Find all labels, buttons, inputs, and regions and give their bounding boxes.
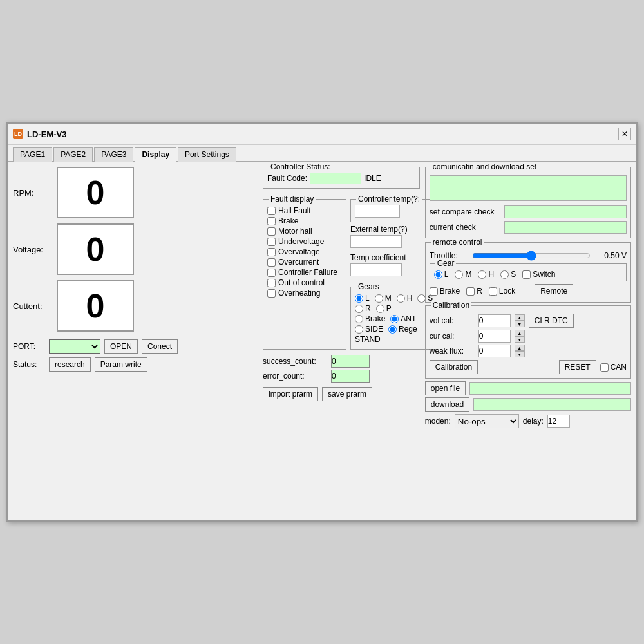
lock-check[interactable] [489, 287, 497, 296]
port-select[interactable] [49, 339, 100, 354]
close-button[interactable]: ✕ [618, 128, 631, 140]
open-file-button[interactable]: open file [425, 381, 466, 395]
vol-cal-input[interactable] [478, 314, 511, 327]
research-button[interactable]: research [49, 357, 91, 372]
can-check[interactable] [600, 363, 609, 372]
download-input[interactable] [473, 398, 631, 411]
voltage-label: Voltage: [13, 245, 52, 254]
calibration-button[interactable]: Calibration [430, 360, 478, 374]
remote-gear-h[interactable]: H [478, 270, 494, 279]
remote-brake-row: Brake R Lock Remote [430, 284, 627, 298]
remote-gear-s[interactable]: S [500, 270, 516, 279]
cur-cal-row: cur cal: [430, 330, 627, 343]
comm-textarea[interactable] [430, 175, 627, 201]
remote-r[interactable]: R [466, 287, 482, 296]
import-prarm-button[interactable]: import prarm [263, 387, 318, 401]
stand-label: STAND [355, 335, 381, 344]
throttle-slider[interactable] [472, 251, 591, 261]
connect-button[interactable]: Conect [142, 339, 178, 354]
vol-cal-spinner [515, 314, 525, 327]
brake-check[interactable] [267, 217, 276, 225]
remote-button[interactable]: Remote [535, 284, 573, 298]
set-compare-input[interactable] [504, 205, 627, 218]
delay-input[interactable] [547, 415, 570, 428]
motor-hall-check[interactable] [267, 227, 276, 236]
save-prarm-button[interactable]: save prarm [322, 387, 372, 401]
fault-hall-fault: Hall Fault [267, 206, 342, 215]
success-count-input[interactable] [331, 355, 370, 368]
rpm-label: RPM: [13, 188, 52, 198]
r-check[interactable] [466, 287, 475, 296]
cur-cal-spinner [515, 330, 525, 343]
rpm-row: RPM: 0 [13, 167, 258, 218]
gear-brake[interactable]: Brake [355, 314, 385, 323]
download-button[interactable]: download [425, 397, 469, 412]
port-label: PORT: [13, 342, 45, 351]
fault-brake: Brake [267, 216, 342, 225]
controller-temp-input[interactable] [355, 205, 400, 218]
status-label: Status: [13, 360, 45, 369]
moden-select[interactable]: No-ops Mode1 Mode2 [455, 414, 519, 428]
remote-gear-m[interactable]: M [455, 270, 471, 279]
tab-page3[interactable]: PAGE3 [94, 147, 133, 162]
vol-cal-up[interactable] [515, 314, 525, 321]
current-display: 0 [57, 280, 134, 332]
gear-row3: Brake ANT [355, 314, 433, 323]
open-button[interactable]: OPEN [104, 339, 138, 354]
gear-m[interactable]: M [375, 294, 392, 303]
controller-failure-check[interactable] [267, 269, 276, 277]
cur-cal-input[interactable] [478, 330, 511, 343]
gear-rege[interactable]: Rege [388, 325, 417, 334]
weak-flux-up[interactable] [515, 345, 525, 351]
tab-page1[interactable]: PAGE1 [13, 147, 52, 162]
undervoltage-label: Undervoltage [278, 237, 324, 246]
cur-cal-label: cur cal: [430, 332, 475, 341]
can-label-row[interactable]: CAN [600, 363, 627, 372]
vol-cal-down[interactable] [515, 321, 525, 327]
controller-temp-title: Controller temp(?: [356, 194, 422, 204]
open-file-input[interactable] [469, 382, 631, 395]
gear-title: Gear [435, 259, 457, 268]
rpm-display: 0 [57, 167, 134, 218]
fault-code-input[interactable] [310, 173, 361, 184]
cur-cal-up[interactable] [515, 330, 525, 336]
hall-fault-check[interactable] [267, 207, 276, 215]
gear-row2: R P [355, 304, 433, 313]
overcurrent-check[interactable] [267, 258, 276, 267]
external-temp-input[interactable] [350, 235, 402, 248]
weak-flux-down[interactable] [515, 351, 525, 357]
remote-lock[interactable]: Lock [489, 287, 515, 296]
remote-brake[interactable]: Brake [430, 287, 460, 296]
undervoltage-check[interactable] [267, 238, 276, 246]
switch-check[interactable] [522, 270, 531, 279]
gear-side[interactable]: SIDE [355, 325, 383, 334]
param-write-button[interactable]: Param write [95, 357, 147, 372]
remote-switch[interactable]: Switch [522, 270, 555, 279]
port-row: PORT: OPEN Conect [13, 339, 258, 354]
bottom-controls: PORT: OPEN Conect Status: research Param… [13, 339, 258, 372]
out-of-control-check[interactable] [267, 279, 276, 287]
gear-ant[interactable]: ANT [390, 314, 416, 323]
error-count-input[interactable] [331, 370, 370, 383]
remote-gear-row: L M H S Switch [434, 270, 622, 279]
tab-port-settings[interactable]: Port Settings [178, 147, 236, 162]
fault-overcurrent: Overcurrent [267, 258, 342, 267]
overheating-check[interactable] [267, 289, 276, 298]
cur-cal-down[interactable] [515, 336, 525, 343]
main-content: RPM: 0 Voltage: 0 Cuttent: 0 PORT: OPEN [8, 162, 636, 433]
remote-gear-l[interactable]: L [434, 270, 449, 279]
throttle-value: 0.50 V [594, 251, 627, 260]
reset-button[interactable]: RESET [559, 360, 596, 374]
current-check-input[interactable] [504, 221, 627, 234]
tab-page2[interactable]: PAGE2 [53, 147, 93, 162]
temp-coeff-input[interactable] [350, 263, 402, 276]
gear-l[interactable]: L [355, 294, 370, 303]
weak-flux-input[interactable] [478, 345, 511, 357]
tab-display[interactable]: Display [135, 147, 176, 162]
overvoltage-check[interactable] [267, 248, 276, 256]
gear-p[interactable]: P [376, 304, 392, 313]
brake-check2[interactable] [430, 287, 438, 296]
clr-dtc-button[interactable]: CLR DTC [529, 314, 574, 328]
gear-r[interactable]: R [355, 304, 371, 313]
gear-h[interactable]: H [397, 294, 413, 303]
